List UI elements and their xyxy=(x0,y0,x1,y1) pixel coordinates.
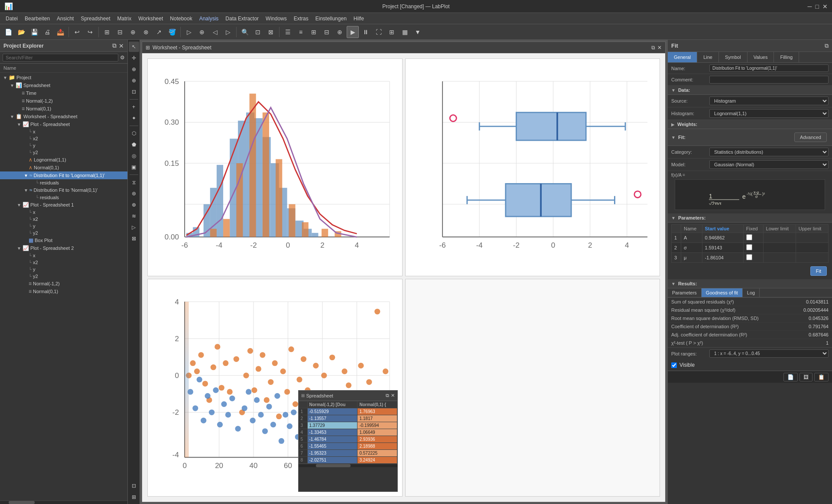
tree-item-normal-0-1[interactable]: ≡ Normal(0,1) xyxy=(0,105,127,113)
cursor-btn[interactable]: ▶ xyxy=(347,26,359,38)
tb16[interactable]: ⊟ xyxy=(321,26,333,38)
tool14[interactable]: ⊕ xyxy=(129,200,139,210)
select-tool[interactable]: ⊡ xyxy=(129,87,139,97)
results-tab-parameters[interactable]: Parameters xyxy=(668,288,702,297)
tree-item-normal-0-1b[interactable]: ≡ Normal(0,1) xyxy=(0,288,127,295)
tb6[interactable]: 🪣 xyxy=(166,26,178,38)
tree-item-y1b[interactable]: └ y xyxy=(0,223,127,229)
tool11[interactable]: ▣ xyxy=(129,162,139,172)
menu-datei[interactable]: Datei xyxy=(2,15,21,23)
tree-item-residuals1[interactable]: └ residuals xyxy=(0,179,127,186)
tab-values[interactable]: Values xyxy=(748,52,774,62)
tree-item-normal-1-2[interactable]: ≡ Normal(-1,2) xyxy=(0,97,127,105)
fit-float-btn[interactable]: ⧉ xyxy=(825,42,829,49)
filter-btn[interactable]: ⚙ xyxy=(120,55,125,61)
copy-btn[interactable]: 📋 xyxy=(814,373,829,381)
tree-item-x1c[interactable]: └ x xyxy=(0,252,127,259)
tb9[interactable]: ◁ xyxy=(209,26,221,38)
tree-item-x2c[interactable]: └ x2 xyxy=(0,259,127,266)
fit-execute-button[interactable]: Fit xyxy=(810,266,827,276)
tree-item-y1[interactable]: └ y xyxy=(0,142,127,149)
tb18[interactable]: ⏸ xyxy=(360,26,372,38)
source-select[interactable]: Histogram xyxy=(709,97,829,105)
close-button[interactable]: ✕ xyxy=(822,3,828,10)
model-select[interactable]: Gaussian (Normal) xyxy=(709,160,829,169)
menu-analysis[interactable]: Analysis xyxy=(196,15,222,23)
new-btn[interactable]: 📄 xyxy=(2,26,14,38)
tool8[interactable]: ⬡ xyxy=(129,128,139,139)
tree-item-x2b[interactable]: └ x2 xyxy=(0,216,127,223)
tree-item-time[interactable]: ≡ Time xyxy=(0,89,127,97)
nav-tool[interactable]: ⊕ xyxy=(129,75,139,86)
zoom-btn[interactable]: 🔍 xyxy=(239,26,251,38)
save-btn[interactable]: 💾 xyxy=(28,26,40,38)
category-select[interactable]: Statistics (distributions) xyxy=(709,148,829,156)
zoom-tool[interactable]: ⊕ xyxy=(129,64,139,74)
tree-item-y2c[interactable]: └ y2 xyxy=(0,273,127,280)
tool6[interactable]: + xyxy=(129,102,139,112)
table-row[interactable]: 4 -1.33453 1.06649 xyxy=(299,429,397,436)
tab-general[interactable]: General xyxy=(668,52,697,62)
tree-item-x1b[interactable]: └ x xyxy=(0,209,127,216)
tool15[interactable]: ≋ xyxy=(129,211,139,221)
tb19[interactable]: ⛶ xyxy=(373,26,385,38)
tb12[interactable]: ⊠ xyxy=(265,26,277,38)
menu-ansicht[interactable]: Ansicht xyxy=(53,15,77,23)
fit-section-header[interactable]: ▼ Fit: Advanced xyxy=(668,129,832,146)
tb2[interactable]: ⊟ xyxy=(114,26,126,38)
tree-item-dist-fit-lognormal[interactable]: ▼ ≈ Distribution Fit to 'Lognormal(1,1)' xyxy=(0,171,127,179)
tree-item-boxplot[interactable]: ▦ Box Plot xyxy=(0,236,127,244)
tool9[interactable]: ⬟ xyxy=(129,139,139,150)
tool12[interactable]: ⧖ xyxy=(129,177,139,187)
redo-btn[interactable]: ↪ xyxy=(84,26,96,38)
print-btn[interactable]: 🖨 xyxy=(41,26,53,38)
tool19[interactable]: ⊞ xyxy=(129,492,139,502)
tb15[interactable]: ⊞ xyxy=(308,26,320,38)
param-value-2[interactable] xyxy=(702,243,743,253)
parameters-section-header[interactable]: ▼ Parameters: xyxy=(668,213,832,223)
histogram-plot[interactable]: 0.45 0.30 0.15 0.00 -6 -4 -2 0 2 4 xyxy=(147,58,403,276)
table-row[interactable]: 2 -1.13557 1.1817 xyxy=(299,415,397,422)
results-section-header[interactable]: ▼ Results: xyxy=(668,279,832,288)
minimize-button[interactable]: ─ xyxy=(808,3,812,10)
tree-item-normal-1-2b[interactable]: ≡ Normal(-1,2) xyxy=(0,280,127,288)
tree-item-normal01[interactable]: ∧ Normal(0,1) xyxy=(0,164,127,171)
search-input[interactable] xyxy=(3,54,118,61)
histogram-select[interactable]: Lognormal(1,1) xyxy=(709,109,829,118)
tb20[interactable]: ⊞ xyxy=(386,26,398,38)
data-section-header[interactable]: ▼ Data: xyxy=(668,86,832,95)
tb17[interactable]: ⊕ xyxy=(334,26,346,38)
table-row[interactable]: 3 1.37729 -0.199594 xyxy=(299,422,397,429)
tree-item-x2a[interactable]: └ x2 xyxy=(0,135,127,142)
tree-item-plot-spreadsheet-2[interactable]: ▼ 📈 Plot - Spreadsheet 2 xyxy=(0,244,127,252)
menu-spreadsheet[interactable]: Spreadsheet xyxy=(77,15,114,23)
param-fixed-1[interactable] xyxy=(743,233,763,243)
menu-windows[interactable]: Windows xyxy=(262,15,290,23)
scrollbar-bottom[interactable] xyxy=(0,501,127,504)
panel-float-btn[interactable]: ⧉ xyxy=(112,42,117,49)
tree-item-plot-spreadsheet[interactable]: ▼ 📈 Plot - Spreadsheet xyxy=(0,120,127,128)
name-input[interactable] xyxy=(709,65,829,72)
weights-section-header[interactable]: ▶ Weights: xyxy=(668,120,832,129)
tb10[interactable]: ▷ xyxy=(222,26,234,38)
results-tab-log[interactable]: Log xyxy=(743,288,760,297)
export-btn[interactable]: 📤 xyxy=(54,26,66,38)
tree-item-spreadsheet[interactable]: ▼ 📊 Spreadsheet xyxy=(0,81,127,89)
dropdown-btn[interactable]: ▼ xyxy=(412,26,424,38)
ss-close-btn[interactable]: ✕ xyxy=(391,393,395,398)
tree-item-y2a[interactable]: └ y2 xyxy=(0,149,127,156)
tb21[interactable]: ▦ xyxy=(399,26,411,38)
pointer-tool[interactable]: ↖ xyxy=(129,42,139,52)
ws-close-btn[interactable]: ✕ xyxy=(657,45,662,51)
tool17[interactable]: ⊠ xyxy=(129,233,139,244)
menu-einstellungen[interactable]: Einstellungen xyxy=(312,15,350,23)
tool10[interactable]: ◎ xyxy=(129,151,139,161)
menu-data-extractor[interactable]: Data Extractor xyxy=(222,15,262,23)
tab-symbol[interactable]: Symbol xyxy=(719,52,748,62)
menu-hilfe[interactable]: Hilfe xyxy=(350,15,367,23)
tool16[interactable]: ▷ xyxy=(129,222,139,233)
table-row[interactable]: 8 -2.02751 3.24924 xyxy=(299,457,397,464)
cross-tool[interactable]: ✛ xyxy=(129,53,139,63)
tb11[interactable]: ⊡ xyxy=(252,26,264,38)
ws-expand-btn[interactable]: ⧉ xyxy=(651,45,655,51)
